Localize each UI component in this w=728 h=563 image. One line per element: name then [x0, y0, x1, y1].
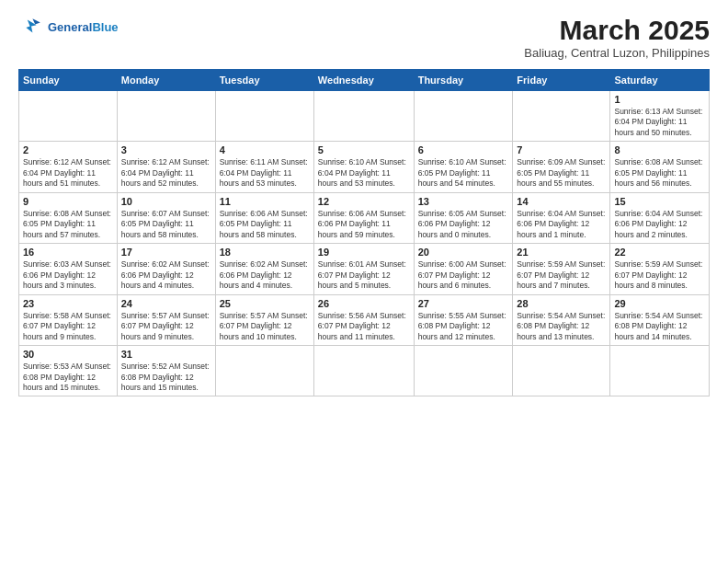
logo: GeneralBlue [18, 15, 119, 40]
day-info: Sunrise: 6:12 AM Sunset: 6:04 PM Dayligh… [23, 157, 113, 189]
day-number: 24 [121, 298, 211, 309]
calendar-cell: 22Sunrise: 5:59 AM Sunset: 6:07 PM Dayli… [610, 244, 710, 294]
calendar-cell: 5Sunrise: 6:10 AM Sunset: 6:04 PM Daylig… [313, 142, 414, 192]
month-title: March 2025 [524, 15, 710, 46]
day-number: 29 [614, 298, 705, 309]
day-info: Sunrise: 6:02 AM Sunset: 6:06 PM Dayligh… [220, 259, 310, 291]
week-row-1: 1Sunrise: 6:13 AM Sunset: 6:04 PM Daylig… [19, 91, 710, 142]
calendar-cell: 27Sunrise: 5:55 AM Sunset: 6:08 PM Dayli… [414, 294, 513, 345]
day-info: Sunrise: 6:10 AM Sunset: 6:04 PM Dayligh… [318, 157, 410, 189]
calendar-cell: 11Sunrise: 6:06 AM Sunset: 6:05 PM Dayli… [215, 192, 313, 243]
day-number: 15 [614, 196, 705, 207]
day-number: 26 [318, 298, 410, 309]
weekday-header-saturday: Saturday [610, 70, 710, 91]
week-row-3: 9Sunrise: 6:08 AM Sunset: 6:05 PM Daylig… [19, 192, 710, 243]
calendar-cell [513, 346, 610, 396]
day-number: 13 [418, 196, 509, 207]
day-info: Sunrise: 6:01 AM Sunset: 6:07 PM Dayligh… [318, 259, 410, 291]
calendar-cell: 26Sunrise: 5:56 AM Sunset: 6:07 PM Dayli… [313, 294, 414, 345]
calendar-cell [610, 346, 710, 396]
day-info: Sunrise: 5:59 AM Sunset: 6:07 PM Dayligh… [517, 259, 606, 291]
calendar-cell: 3Sunrise: 6:12 AM Sunset: 6:04 PM Daylig… [117, 142, 215, 192]
day-number: 27 [418, 298, 509, 309]
day-info: Sunrise: 6:05 AM Sunset: 6:06 PM Dayligh… [418, 209, 509, 240]
calendar-cell: 23Sunrise: 5:58 AM Sunset: 6:07 PM Dayli… [19, 294, 118, 345]
calendar-cell: 12Sunrise: 6:06 AM Sunset: 6:06 PM Dayli… [313, 192, 414, 243]
day-number: 16 [23, 247, 113, 258]
day-info: Sunrise: 5:54 AM Sunset: 6:08 PM Dayligh… [614, 311, 705, 342]
day-info: Sunrise: 6:06 AM Sunset: 6:06 PM Dayligh… [318, 209, 410, 240]
page: GeneralBlue March 2025 Baliuag, Central … [0, 0, 728, 563]
week-row-6: 30Sunrise: 5:53 AM Sunset: 6:08 PM Dayli… [19, 346, 710, 396]
day-info: Sunrise: 6:04 AM Sunset: 6:06 PM Dayligh… [614, 209, 705, 240]
logo-blue: Blue [92, 20, 118, 34]
weekday-header-friday: Friday [513, 70, 610, 91]
calendar-cell [414, 91, 513, 142]
day-number: 21 [517, 247, 606, 258]
day-info: Sunrise: 5:54 AM Sunset: 6:08 PM Dayligh… [517, 311, 606, 342]
day-info: Sunrise: 6:06 AM Sunset: 6:05 PM Dayligh… [220, 209, 310, 240]
day-info: Sunrise: 5:52 AM Sunset: 6:08 PM Dayligh… [121, 362, 211, 393]
calendar-cell: 21Sunrise: 5:59 AM Sunset: 6:07 PM Dayli… [513, 244, 610, 294]
day-number: 1 [614, 94, 705, 105]
day-info: Sunrise: 5:59 AM Sunset: 6:07 PM Dayligh… [614, 259, 705, 291]
day-info: Sunrise: 6:02 AM Sunset: 6:06 PM Dayligh… [121, 259, 211, 291]
calendar-cell: 20Sunrise: 6:00 AM Sunset: 6:07 PM Dayli… [414, 244, 513, 294]
calendar-cell: 31Sunrise: 5:52 AM Sunset: 6:08 PM Dayli… [117, 346, 215, 396]
day-info: Sunrise: 6:03 AM Sunset: 6:06 PM Dayligh… [23, 259, 113, 291]
calendar-cell: 18Sunrise: 6:02 AM Sunset: 6:06 PM Dayli… [215, 244, 313, 294]
calendar-cell [117, 91, 215, 142]
calendar-table: SundayMondayTuesdayWednesdayThursdayFrid… [18, 69, 710, 396]
weekday-header-row: SundayMondayTuesdayWednesdayThursdayFrid… [19, 70, 710, 91]
day-number: 28 [517, 298, 606, 309]
calendar-cell: 2Sunrise: 6:12 AM Sunset: 6:04 PM Daylig… [19, 142, 118, 192]
calendar-cell: 10Sunrise: 6:07 AM Sunset: 6:05 PM Dayli… [117, 192, 215, 243]
day-number: 12 [318, 196, 410, 207]
calendar-cell [19, 91, 118, 142]
day-info: Sunrise: 6:07 AM Sunset: 6:05 PM Dayligh… [121, 209, 211, 240]
weekday-header-monday: Monday [117, 70, 215, 91]
day-number: 5 [318, 144, 410, 155]
day-number: 6 [418, 144, 509, 155]
day-number: 18 [220, 247, 310, 258]
day-number: 14 [517, 196, 606, 207]
location: Baliuag, Central Luzon, Philippines [524, 46, 710, 60]
day-info: Sunrise: 6:11 AM Sunset: 6:04 PM Dayligh… [220, 157, 310, 189]
day-number: 22 [614, 247, 705, 258]
calendar-cell: 1Sunrise: 6:13 AM Sunset: 6:04 PM Daylig… [610, 91, 710, 142]
calendar-cell: 25Sunrise: 5:57 AM Sunset: 6:07 PM Dayli… [215, 294, 313, 345]
week-row-4: 16Sunrise: 6:03 AM Sunset: 6:06 PM Dayli… [19, 244, 710, 294]
weekday-header-tuesday: Tuesday [215, 70, 313, 91]
day-info: Sunrise: 5:55 AM Sunset: 6:08 PM Dayligh… [418, 311, 509, 342]
day-number: 31 [121, 349, 211, 360]
calendar-cell [513, 91, 610, 142]
day-info: Sunrise: 6:13 AM Sunset: 6:04 PM Dayligh… [614, 107, 705, 138]
day-number: 8 [614, 144, 705, 155]
calendar-cell [215, 91, 313, 142]
day-number: 10 [121, 196, 211, 207]
day-number: 9 [23, 196, 113, 207]
calendar-cell: 24Sunrise: 5:57 AM Sunset: 6:07 PM Dayli… [117, 294, 215, 345]
day-info: Sunrise: 6:08 AM Sunset: 6:05 PM Dayligh… [23, 209, 113, 240]
calendar-cell: 13Sunrise: 6:05 AM Sunset: 6:06 PM Dayli… [414, 192, 513, 243]
day-info: Sunrise: 6:08 AM Sunset: 6:05 PM Dayligh… [614, 157, 705, 189]
calendar-cell: 29Sunrise: 5:54 AM Sunset: 6:08 PM Dayli… [610, 294, 710, 345]
day-number: 2 [23, 144, 113, 155]
day-number: 30 [23, 349, 113, 360]
title-block: March 2025 Baliuag, Central Luzon, Phili… [524, 15, 710, 60]
calendar-cell [313, 346, 414, 396]
day-info: Sunrise: 6:09 AM Sunset: 6:05 PM Dayligh… [517, 157, 606, 189]
day-info: Sunrise: 5:53 AM Sunset: 6:08 PM Dayligh… [23, 362, 113, 393]
day-number: 25 [220, 298, 310, 309]
calendar-cell: 14Sunrise: 6:04 AM Sunset: 6:06 PM Dayli… [513, 192, 610, 243]
calendar-cell [215, 346, 313, 396]
calendar-cell: 8Sunrise: 6:08 AM Sunset: 6:05 PM Daylig… [610, 142, 710, 192]
day-number: 7 [517, 144, 606, 155]
weekday-header-sunday: Sunday [19, 70, 118, 91]
day-number: 4 [220, 144, 310, 155]
calendar-cell: 19Sunrise: 6:01 AM Sunset: 6:07 PM Dayli… [313, 244, 414, 294]
logo-icon [18, 15, 44, 40]
calendar-cell [313, 91, 414, 142]
day-info: Sunrise: 6:10 AM Sunset: 6:05 PM Dayligh… [418, 157, 509, 189]
day-number: 17 [121, 247, 211, 258]
